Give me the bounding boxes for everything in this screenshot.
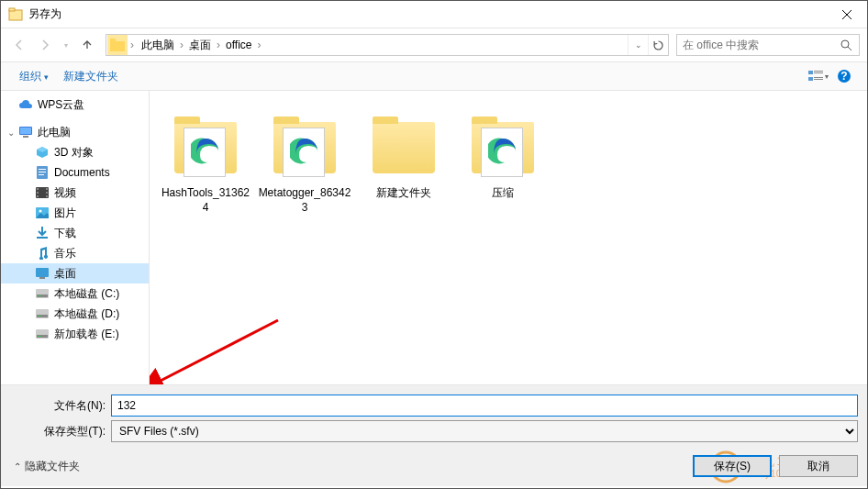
file-view[interactable]: HashTools_313624 Metatogger_863423 新建文件夹… xyxy=(150,91,867,384)
file-item[interactable]: 压缩 xyxy=(454,102,551,205)
svg-rect-25 xyxy=(46,192,48,194)
svg-rect-24 xyxy=(46,188,48,190)
tree-item[interactable]: 视频 xyxy=(1,183,149,203)
cancel-button[interactable]: 取消 xyxy=(779,455,858,477)
refresh-icon xyxy=(652,39,664,51)
desktop-icon xyxy=(34,265,50,282)
svg-rect-19 xyxy=(39,174,44,175)
svg-rect-37 xyxy=(38,316,41,317)
breadcrumb[interactable]: › 此电脑 › 桌面 › office › ⌄ xyxy=(106,34,669,56)
svg-rect-34 xyxy=(38,295,41,296)
breadcrumb-item[interactable]: 此电脑 xyxy=(138,38,178,53)
svg-rect-14 xyxy=(20,128,31,134)
tree-label: 新加载卷 (E:) xyxy=(54,327,119,342)
breadcrumb-item[interactable]: office xyxy=(222,39,255,51)
svg-point-4 xyxy=(841,40,849,48)
chevron-right-icon: › xyxy=(178,39,185,51)
tree-label: Documents xyxy=(54,166,110,179)
chevron-up-icon: ⌃ xyxy=(14,461,21,472)
svg-rect-5 xyxy=(808,71,813,74)
tree-item[interactable]: 本地磁盘 (D:) xyxy=(1,304,149,324)
refresh-button[interactable] xyxy=(648,35,668,55)
svg-rect-0 xyxy=(9,10,22,20)
tree-item[interactable]: 音乐 xyxy=(1,243,149,263)
app-icon xyxy=(8,7,23,22)
folder-icon xyxy=(107,35,128,55)
svg-rect-6 xyxy=(814,71,823,72)
up-button[interactable] xyxy=(76,34,98,56)
svg-rect-29 xyxy=(37,237,48,239)
tree-item-desktop[interactable]: 桌面 xyxy=(1,263,149,283)
view-icon xyxy=(808,70,823,83)
svg-rect-1 xyxy=(9,8,15,11)
documents-icon xyxy=(34,164,50,181)
pictures-icon xyxy=(34,205,50,221)
file-item[interactable]: HashTools_313624 xyxy=(157,102,254,218)
cloud-icon xyxy=(17,96,34,113)
svg-rect-10 xyxy=(814,79,823,80)
recent-button[interactable]: ▾ xyxy=(60,34,72,56)
disk-icon xyxy=(34,306,50,322)
collapse-icon[interactable]: ⌄ xyxy=(5,128,17,138)
tree-item[interactable]: 新加载卷 (E:) xyxy=(1,324,149,344)
svg-rect-9 xyxy=(814,77,823,78)
arrow-up-icon xyxy=(80,38,95,52)
tree-item[interactable]: 3D 对象 xyxy=(1,142,149,162)
close-button[interactable] xyxy=(826,1,867,28)
tree-item[interactable]: 图片 xyxy=(1,203,149,223)
tree-label: 音乐 xyxy=(54,246,76,261)
search-box[interactable] xyxy=(676,34,860,56)
svg-text:?: ? xyxy=(840,70,847,83)
file-item[interactable]: Metatogger_863423 xyxy=(256,102,353,218)
help-button[interactable]: ? xyxy=(832,65,856,87)
tree-item[interactable]: Documents xyxy=(1,162,149,183)
hide-folders-label: 隐藏文件夹 xyxy=(25,459,80,474)
filetype-label: 保存类型(T): xyxy=(10,424,111,439)
svg-rect-30 xyxy=(36,268,49,277)
search-input[interactable] xyxy=(677,39,833,51)
organize-menu[interactable]: 组织 xyxy=(12,65,56,88)
edge-icon xyxy=(191,137,220,166)
search-button[interactable] xyxy=(833,35,859,55)
forward-button[interactable] xyxy=(34,34,56,56)
window-title: 另存为 xyxy=(28,6,826,22)
tree-item[interactable]: 下载 xyxy=(1,223,149,243)
svg-rect-3 xyxy=(110,39,116,42)
arrow-left-icon xyxy=(12,38,27,52)
filename-input[interactable] xyxy=(111,395,858,417)
file-label: HashTools_313624 xyxy=(159,186,252,215)
svg-rect-2 xyxy=(110,41,125,51)
tree-item[interactable]: 本地磁盘 (C:) xyxy=(1,283,149,304)
breadcrumb-dropdown[interactable]: ⌄ xyxy=(628,35,648,55)
svg-rect-31 xyxy=(39,277,45,279)
svg-rect-7 xyxy=(814,72,823,73)
music-icon xyxy=(34,245,50,261)
edge-icon xyxy=(488,137,517,166)
svg-rect-26 xyxy=(46,195,48,197)
save-button[interactable]: 保存(S) xyxy=(693,455,772,477)
svg-rect-8 xyxy=(808,77,813,81)
breadcrumb-item[interactable]: 桌面 xyxy=(185,38,215,53)
tree-label: 桌面 xyxy=(54,266,76,282)
edge-icon xyxy=(290,137,319,166)
file-label: 压缩 xyxy=(492,186,514,201)
svg-rect-17 xyxy=(39,169,46,170)
hide-folders-button[interactable]: ⌃ 隐藏文件夹 xyxy=(10,459,80,474)
svg-rect-22 xyxy=(37,192,39,194)
back-button[interactable] xyxy=(8,34,30,56)
tree-label: 视频 xyxy=(54,185,76,201)
chevron-right-icon: › xyxy=(128,39,136,51)
file-item[interactable]: 新建文件夹 xyxy=(355,102,452,205)
view-button[interactable]: ▾ xyxy=(807,65,830,87)
tree-label: 本地磁盘 (C:) xyxy=(54,286,119,302)
tree-item-thispc[interactable]: ⌄ 此电脑 xyxy=(1,122,149,142)
tree-item-wps[interactable]: WPS云盘 xyxy=(1,94,149,115)
new-folder-button[interactable]: 新建文件夹 xyxy=(56,65,126,88)
search-icon xyxy=(840,39,852,51)
svg-point-28 xyxy=(39,210,42,213)
close-icon xyxy=(842,10,851,19)
sidebar: WPS云盘 ⌄ 此电脑 3D 对象 Documents 视频 图片 下载 音乐 … xyxy=(1,91,150,384)
disk-icon xyxy=(34,285,50,302)
filetype-select[interactable]: SFV Files (*.sfv) xyxy=(111,420,858,442)
chevron-right-icon: › xyxy=(215,39,222,51)
